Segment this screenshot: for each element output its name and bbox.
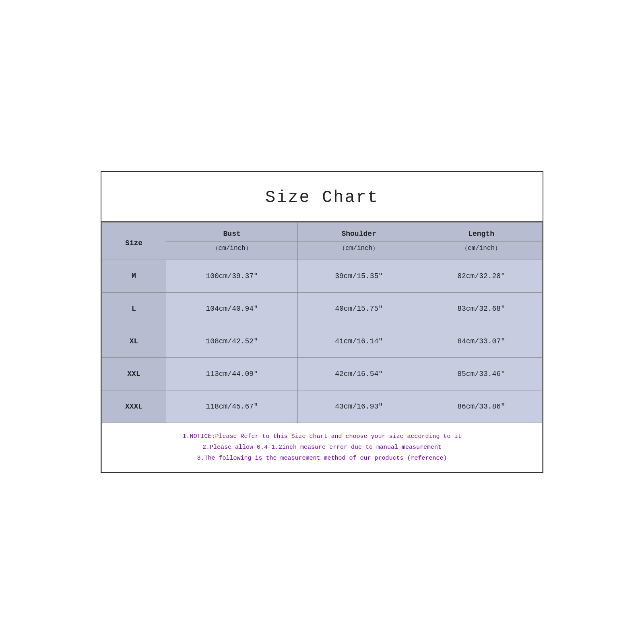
header-length: Length [420,223,543,242]
notice-text: 1.NOTICE:Please Refer to this Size chart… [102,423,543,472]
size-label: XL [102,325,166,358]
table-row: XL108cm/42.52"41cm/16.14"84cm/33.07" [102,325,543,358]
size-label: M [102,260,166,293]
header-size: Size [102,223,166,260]
size-label: L [102,293,166,325]
length-value: 85cm/33.46" [420,358,543,390]
length-value: 82cm/32.28" [420,260,543,293]
table-row: M100cm/39.37"39cm/15.35"82cm/32.28" [102,260,543,293]
size-chart-container: Size Chart Size Bust Shoulder Length （cm… [101,171,543,473]
table-row: L104cm/40.94"40cm/15.75"83cm/32.68" [102,293,543,325]
length-value: 84cm/33.07" [420,325,543,358]
bust-value: 104cm/40.94" [166,293,298,325]
table-row: XXXL118cm/45.67"43cm/16.93"86cm/33.86" [102,390,543,423]
header-shoulder: Shoulder [298,223,420,242]
length-value: 86cm/33.86" [420,390,543,423]
bust-value: 118cm/45.67" [166,390,298,423]
shoulder-value: 41cm/16.14" [298,325,420,358]
chart-title: Size Chart [265,188,379,207]
shoulder-value: 39cm/15.35" [298,260,420,293]
header-bust: Bust [166,223,298,242]
size-table: Size Bust Shoulder Length （cm/inch） （cm/… [101,222,543,472]
shoulder-value: 43cm/16.93" [298,390,420,423]
header-bust-unit: （cm/inch） [166,242,298,260]
shoulder-value: 40cm/15.75" [298,293,420,325]
notice-row: 1.NOTICE:Please Refer to this Size chart… [102,423,543,472]
size-label: XXL [102,358,166,390]
table-row: XXL113cm/44.09"42cm/16.54"85cm/33.46" [102,358,543,390]
bust-value: 100cm/39.37" [166,260,298,293]
bust-value: 108cm/42.52" [166,325,298,358]
length-value: 83cm/32.68" [420,293,543,325]
chart-title-row: Size Chart [101,172,543,222]
header-shoulder-unit: （cm/inch） [298,242,420,260]
bust-value: 113cm/44.09" [166,358,298,390]
header-length-unit: （cm/inch） [420,242,543,260]
shoulder-value: 42cm/16.54" [298,358,420,390]
size-label: XXXL [102,390,166,423]
